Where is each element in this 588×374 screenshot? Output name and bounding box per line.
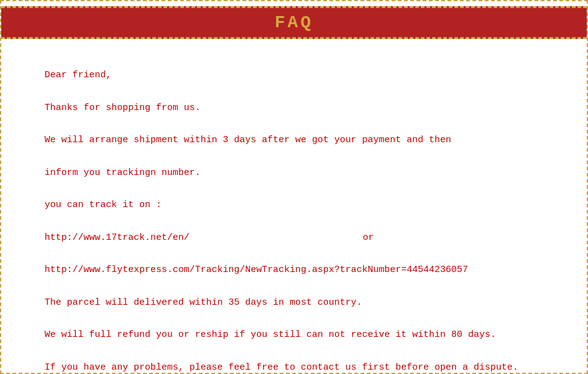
line-shipment: We will arrange shipment within 3 days a… bbox=[45, 135, 451, 145]
line-problems: If you have any problems, please feel fr… bbox=[45, 362, 518, 373]
line-refund: We will full refund you or reship if you… bbox=[45, 329, 496, 340]
line-thanks: Thanks for shopping from us. bbox=[45, 103, 201, 113]
content-area: Dear friend, Thanks for shopping from us… bbox=[1, 44, 587, 374]
line-url1: http://www.17track.net/en/ bbox=[45, 232, 189, 243]
line-parcel: The parcel will delivered within 35 days… bbox=[45, 297, 362, 308]
line-track: you can track it on : bbox=[45, 200, 162, 210]
line-dear-friend: Dear friend, bbox=[45, 70, 111, 80]
page-wrapper: FAQ Dear friend, Thanks for shopping fro… bbox=[0, 0, 588, 374]
line-or: or bbox=[363, 232, 374, 243]
line-inform: inform you trackingn number. bbox=[45, 168, 201, 178]
header-bar: FAQ bbox=[1, 6, 587, 39]
line-url2: http://www.flytexpress.com/Tracking/NewT… bbox=[45, 265, 468, 275]
faq-content: Dear friend, Thanks for shopping from us… bbox=[11, 51, 577, 374]
page-title: FAQ bbox=[275, 13, 313, 32]
